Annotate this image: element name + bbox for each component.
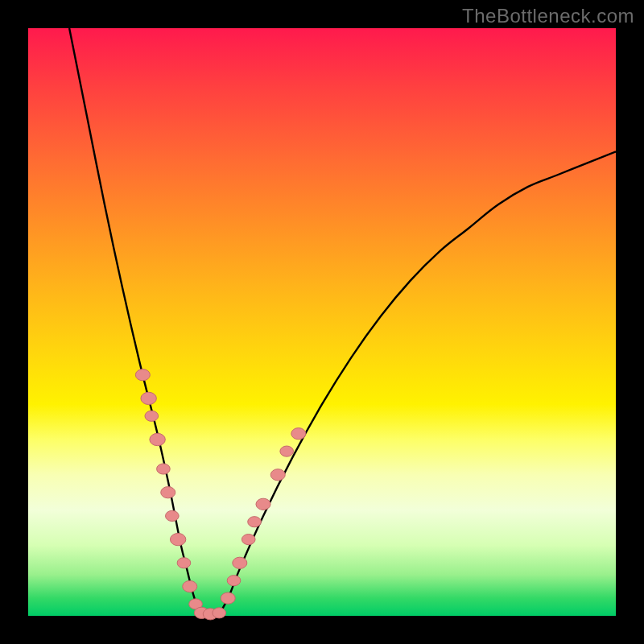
marker-group: [135, 369, 305, 620]
data-marker: [291, 428, 306, 440]
data-marker: [150, 433, 165, 445]
data-marker: [183, 580, 197, 592]
data-marker: [213, 608, 226, 618]
data-marker: [270, 469, 285, 481]
data-marker: [157, 464, 171, 474]
data-marker: [166, 510, 180, 521]
data-marker: [135, 369, 150, 381]
bottleneck-curve: [69, 28, 616, 617]
data-marker: [145, 411, 159, 421]
plot-area: [28, 28, 616, 616]
data-marker: [221, 592, 235, 604]
watermark-text: TheBottleneck.com: [462, 5, 634, 27]
data-marker: [141, 392, 156, 404]
data-marker: [280, 446, 294, 456]
data-marker: [170, 533, 185, 545]
data-marker: [248, 517, 262, 527]
chart-frame: TheBottleneck.com: [0, 0, 644, 644]
data-marker: [177, 558, 191, 568]
data-marker: [256, 498, 270, 510]
data-marker: [161, 487, 175, 498]
curve-svg: [28, 28, 616, 616]
data-marker: [233, 557, 247, 568]
data-marker: [242, 535, 255, 545]
data-marker: [227, 576, 241, 586]
